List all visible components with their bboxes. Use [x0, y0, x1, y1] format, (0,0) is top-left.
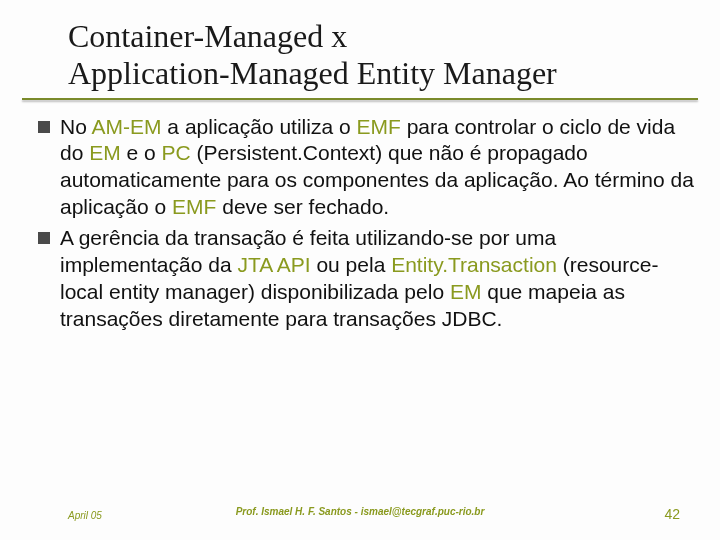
- bullet-item: A gerência da transação é feita utilizan…: [38, 225, 696, 333]
- highlight-term: EM: [450, 280, 482, 303]
- highlight-term: AM-EM: [92, 115, 162, 138]
- text-run: deve ser fechado.: [216, 195, 389, 218]
- footer-author: Prof. Ismael H. F. Santos - ismael@tecgr…: [236, 506, 485, 517]
- square-bullet-icon: [38, 121, 50, 133]
- bullet-item: No AM-EM a aplicação utiliza o EMF para …: [38, 114, 696, 222]
- slide-title: Container-Managed x Application-Managed …: [0, 18, 720, 92]
- slide: Container-Managed x Application-Managed …: [0, 0, 720, 540]
- highlight-term: EMF: [172, 195, 216, 218]
- text-run: e o: [121, 141, 162, 164]
- content-area: No AM-EM a aplicação utiliza o EMF para …: [0, 100, 720, 333]
- highlight-term: JTA API: [237, 253, 310, 276]
- footer: April 05 Prof. Ismael H. F. Santos - ism…: [0, 506, 720, 522]
- text-run: ou pela: [311, 253, 392, 276]
- highlight-term: EM: [89, 141, 121, 164]
- title-line-1: Container-Managed x: [68, 18, 347, 54]
- text-run: a aplicação utiliza o: [162, 115, 357, 138]
- square-bullet-icon: [38, 232, 50, 244]
- footer-date: April 05: [68, 510, 102, 521]
- title-line-2: Application-Managed Entity Manager: [68, 55, 557, 91]
- footer-page-number: 42: [664, 506, 680, 522]
- highlight-term: EMF: [356, 115, 400, 138]
- highlight-term: Entity.Transaction: [391, 253, 557, 276]
- bullet-text: A gerência da transação é feita utilizan…: [60, 225, 696, 333]
- bullet-text: No AM-EM a aplicação utiliza o EMF para …: [60, 114, 696, 222]
- text-run: No: [60, 115, 92, 138]
- highlight-term: PC: [162, 141, 191, 164]
